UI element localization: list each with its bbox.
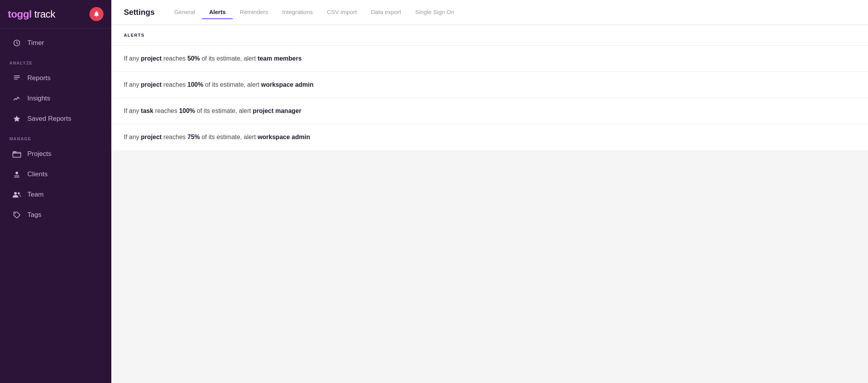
sidebar-team-label: Team — [27, 191, 44, 199]
tags-icon — [13, 211, 21, 219]
tab-csv-import[interactable]: CSV import — [320, 5, 364, 19]
sidebar-item-tags[interactable]: Tags — [3, 205, 108, 225]
sidebar-item-insights[interactable]: Insights — [3, 89, 108, 108]
alert-target: team members — [257, 55, 302, 62]
reports-icon — [13, 74, 21, 82]
alert-threshold: 75% — [188, 134, 200, 140]
svg-rect-3 — [14, 79, 18, 80]
bell-icon — [93, 11, 100, 18]
alert-row: If any project reaches 75% of its estima… — [111, 124, 868, 150]
sidebar-item-saved-reports[interactable]: Saved Reports — [3, 109, 108, 129]
alert-middle: reaches — [162, 134, 188, 140]
sidebar-clients-label: Clients — [27, 170, 48, 178]
analyze-section-label: Analyze — [0, 54, 111, 68]
alert-prefix: If any — [124, 81, 141, 88]
tab-general[interactable]: General — [167, 5, 202, 19]
tab-reminders[interactable]: Reminders — [233, 5, 275, 19]
alert-middle: reaches — [154, 107, 179, 114]
alert-prefix: If any — [124, 55, 141, 62]
alert-row: If any project reaches 100% of its estim… — [111, 72, 868, 98]
clock-icon — [13, 39, 21, 47]
sidebar-reports-label: Reports — [27, 74, 51, 82]
projects-icon — [13, 150, 21, 158]
svg-rect-5 — [13, 151, 16, 152]
svg-rect-4 — [13, 152, 21, 157]
svg-rect-8 — [14, 177, 19, 178]
main-content: Settings General Alerts Reminders Integr… — [111, 0, 868, 383]
alerts-section-label: Alerts — [124, 33, 855, 38]
logo-toggl: toggl — [8, 8, 32, 20]
alert-suffix: of its estimate, alert — [204, 81, 261, 88]
insights-icon — [13, 94, 21, 103]
alert-entity: project — [141, 81, 162, 88]
alert-entity: project — [141, 134, 162, 140]
notification-bell[interactable] — [89, 7, 104, 21]
svg-rect-2 — [14, 77, 20, 78]
sidebar-insights-label: Insights — [27, 95, 50, 102]
sidebar-timer-label: Timer — [27, 39, 44, 47]
svg-rect-1 — [14, 75, 20, 76]
alert-suffix: of its estimate, alert — [200, 134, 258, 140]
sidebar: toggl track Timer Analyze — [0, 0, 111, 383]
manage-section-label: Manage — [0, 129, 111, 143]
svg-rect-7 — [14, 175, 19, 176]
svg-point-10 — [18, 192, 20, 194]
tab-integrations[interactable]: Integrations — [275, 5, 320, 19]
alert-target: project manager — [253, 107, 301, 114]
sidebar-saved-reports-label: Saved Reports — [27, 115, 71, 123]
alert-threshold: 100% — [179, 107, 195, 114]
alerts-section-header: Alerts — [111, 25, 868, 46]
sidebar-item-reports[interactable]: Reports — [3, 68, 108, 88]
alert-suffix: of its estimate, alert — [195, 107, 253, 114]
logo: toggl track — [8, 8, 55, 20]
alert-middle: reaches — [162, 81, 188, 88]
page-title: Settings — [124, 8, 155, 17]
sidebar-item-team[interactable]: Team — [3, 185, 108, 204]
alerts-list: If any project reaches 50% of its estima… — [111, 46, 868, 150]
sidebar-projects-label: Projects — [27, 150, 51, 158]
svg-point-9 — [14, 192, 17, 195]
alert-prefix: If any — [124, 107, 141, 114]
alert-middle: reaches — [162, 55, 188, 62]
star-icon — [13, 115, 21, 123]
tab-data-export[interactable]: Data export — [364, 5, 408, 19]
sidebar-item-clients[interactable]: Clients — [3, 165, 108, 184]
alert-row: If any project reaches 50% of its estima… — [111, 46, 868, 72]
alert-entity: project — [141, 55, 162, 62]
alert-suffix: of its estimate, alert — [200, 55, 258, 62]
team-icon — [13, 190, 21, 199]
sidebar-header: toggl track — [0, 0, 111, 29]
sidebar-nav: Timer Analyze Reports Insights — [0, 29, 111, 383]
sidebar-item-projects[interactable]: Projects — [3, 144, 108, 164]
alert-prefix: If any — [124, 134, 141, 140]
sidebar-tags-label: Tags — [27, 211, 41, 219]
alert-threshold: 50% — [188, 55, 200, 62]
alert-entity: task — [141, 107, 154, 114]
logo-track: track — [32, 8, 55, 20]
tab-alerts[interactable]: Alerts — [202, 5, 233, 19]
alert-target: workspace admin — [261, 81, 313, 88]
alert-target: workspace admin — [257, 134, 310, 140]
clients-icon — [13, 170, 21, 179]
sidebar-item-timer[interactable]: Timer — [3, 33, 108, 53]
content-area: Alerts If any project reaches 50% of its… — [111, 25, 868, 383]
tab-single-sign-on[interactable]: Single Sign On — [408, 5, 461, 19]
svg-point-6 — [16, 172, 18, 174]
topbar-tabs: General Alerts Reminders Integrations CS… — [167, 0, 461, 25]
alert-row: If any task reaches 100% of its estimate… — [111, 98, 868, 124]
svg-point-11 — [15, 213, 16, 214]
topbar: Settings General Alerts Reminders Integr… — [111, 0, 868, 25]
alert-threshold: 100% — [188, 81, 204, 88]
